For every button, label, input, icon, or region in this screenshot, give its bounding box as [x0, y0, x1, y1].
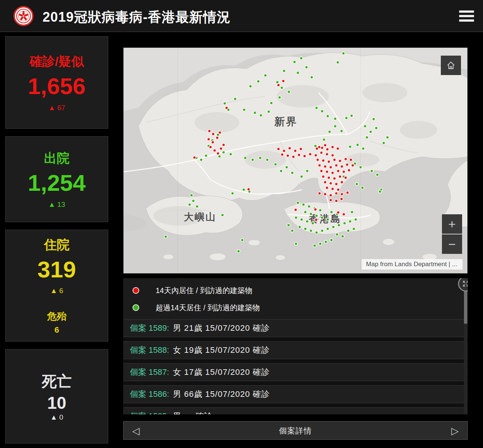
case-building-dot-red[interactable] — [331, 187, 334, 191]
case-building-dot-red[interactable] — [209, 145, 212, 149]
case-building-dot-red[interactable] — [293, 149, 297, 153]
case-building-dot-red[interactable] — [345, 163, 349, 167]
case-building-dot-red[interactable] — [211, 140, 215, 144]
map-home-button[interactable] — [441, 56, 461, 75]
case-building-dot-red[interactable] — [303, 154, 306, 158]
case-building-dot-green[interactable] — [343, 221, 346, 225]
case-building-dot-red[interactable] — [342, 170, 346, 174]
case-building-dot-red[interactable] — [193, 156, 196, 159]
case-building-dot-red[interactable] — [215, 136, 219, 140]
case-building-dot-red[interactable] — [342, 212, 346, 216]
case-building-dot-green[interactable] — [336, 60, 340, 64]
case-building-dot-red[interactable] — [325, 147, 329, 151]
case-building-dot-red[interactable] — [321, 175, 325, 178]
hamburger-menu-icon[interactable] — [459, 10, 474, 22]
case-building-dot-green[interactable] — [310, 75, 314, 79]
case-building-dot-green[interactable] — [188, 203, 191, 206]
case-building-dot-green[interactable] — [296, 71, 300, 75]
case-building-dot-green[interactable] — [290, 229, 294, 233]
scrollbar-thumb[interactable] — [464, 291, 467, 324]
case-building-dot-green[interactable] — [326, 218, 330, 221]
map-zoom-out-button[interactable]: − — [442, 234, 462, 254]
case-building-dot-green[interactable] — [278, 96, 281, 99]
case-building-dot-green[interactable] — [290, 171, 294, 175]
case-building-dot-red[interactable] — [277, 147, 280, 151]
case-building-dot-green[interactable] — [204, 154, 208, 158]
case-building-dot-green[interactable] — [299, 56, 303, 60]
case-building-dot-green[interactable] — [337, 223, 341, 227]
case-building-dot-green[interactable] — [293, 60, 296, 64]
case-building-dot-red[interactable] — [338, 159, 342, 163]
case-building-dot-red[interactable] — [218, 131, 222, 134]
case-building-dot-green[interactable] — [355, 182, 359, 186]
case-building-dot-green[interactable] — [269, 101, 273, 105]
case-building-dot-red[interactable] — [320, 146, 324, 150]
case-building-dot-red[interactable] — [340, 165, 344, 168]
case-row[interactable]: 個案 1585:男 … 確診 — [123, 407, 468, 414]
case-building-dot-green[interactable] — [328, 130, 331, 134]
case-building-dot-red[interactable] — [318, 164, 321, 167]
case-building-dot-green[interactable] — [240, 238, 244, 242]
case-building-dot-red[interactable] — [346, 191, 349, 195]
case-building-dot-green[interactable] — [345, 116, 348, 120]
case-building-dot-green[interactable] — [363, 124, 367, 128]
case-building-dot-red[interactable] — [333, 158, 336, 162]
map-zoom-in-button[interactable]: + — [442, 214, 462, 234]
case-building-dot-green[interactable] — [233, 97, 237, 101]
case-building-dot-green[interactable] — [229, 152, 233, 156]
case-building-dot-green[interactable] — [315, 106, 318, 110]
case-building-dot-green[interactable] — [333, 117, 337, 121]
case-building-dot-green[interactable] — [251, 158, 255, 162]
case-building-dot-green[interactable] — [326, 114, 330, 118]
case-building-dot-red[interactable] — [222, 143, 225, 147]
case-building-dot-red[interactable] — [281, 79, 285, 83]
case-building-dot-green[interactable] — [340, 129, 343, 133]
case-building-dot-green[interactable] — [335, 233, 339, 236]
case-building-dot-green[interactable] — [315, 231, 318, 234]
case-building-dot-green[interactable] — [195, 205, 199, 208]
case-building-dot-red[interactable] — [314, 208, 317, 211]
case-building-dot-red[interactable] — [336, 169, 340, 173]
case-building-dot-red[interactable] — [334, 192, 338, 195]
case-building-dot-green[interactable] — [376, 173, 379, 177]
case-building-dot-green[interactable] — [305, 65, 308, 69]
case-building-dot-green[interactable] — [256, 80, 260, 83]
case-building-dot-red[interactable] — [340, 192, 344, 196]
case-building-dot-red[interactable] — [219, 147, 223, 150]
case-building-dot-red[interactable] — [351, 164, 355, 167]
case-building-dot-green[interactable] — [322, 138, 326, 141]
case-building-dot-red[interactable] — [340, 197, 343, 201]
case-building-dot-green[interactable] — [285, 165, 289, 169]
case-building-dot-green[interactable] — [249, 84, 252, 88]
case-building-dot-red[interactable] — [323, 165, 327, 168]
case-building-dot-green[interactable] — [324, 240, 328, 244]
case-building-dot-red[interactable] — [294, 208, 297, 212]
panel-scrollbar[interactable] — [464, 278, 467, 414]
case-building-dot-red[interactable] — [334, 199, 338, 203]
case-building-dot-green[interactable] — [231, 192, 234, 195]
case-building-dot-green[interactable] — [372, 117, 376, 121]
case-building-dot-green[interactable] — [279, 169, 283, 173]
case-building-dot-red[interactable] — [292, 155, 295, 159]
case-building-dot-red[interactable] — [336, 188, 340, 192]
case-building-dot-green[interactable] — [222, 150, 225, 154]
map-attribution[interactable]: Map from Lands Department | ... — [362, 259, 462, 270]
case-building-dot-green[interactable] — [354, 218, 358, 221]
case-building-dot-red[interactable] — [207, 137, 211, 141]
case-building-dot-green[interactable] — [346, 229, 350, 233]
case-building-dot-red[interactable] — [282, 149, 286, 153]
case-building-dot-green[interactable] — [305, 169, 309, 173]
case-building-dot-green[interactable] — [359, 165, 362, 169]
case-building-dot-red[interactable] — [344, 176, 348, 180]
case-building-dot-green[interactable] — [237, 249, 240, 253]
case-building-dot-green[interactable] — [199, 158, 203, 162]
case-building-dot-green[interactable] — [264, 74, 267, 77]
case-building-dot-red[interactable] — [334, 182, 338, 186]
case-building-dot-red[interactable] — [321, 159, 325, 162]
case-building-dot-green[interactable] — [370, 169, 374, 173]
case-building-dot-green[interactable] — [258, 156, 262, 160]
case-building-dot-red[interactable] — [314, 218, 318, 222]
case-building-dot-green[interactable] — [369, 130, 373, 134]
case-building-dot-green[interactable] — [361, 147, 365, 150]
case-building-dot-green[interactable] — [330, 238, 333, 242]
